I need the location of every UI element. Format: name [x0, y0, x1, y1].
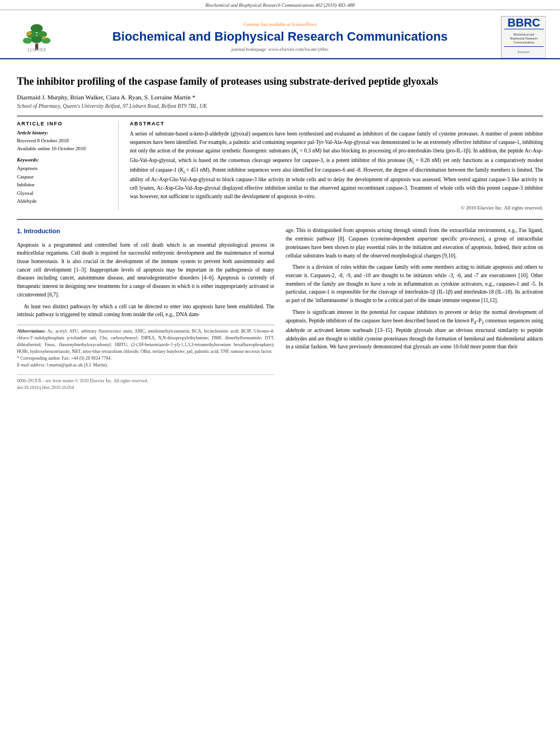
journal-title: Biochemical and Biophysical Research Com… [68, 29, 492, 44]
svg-text:Elsevier: Elsevier [518, 50, 530, 54]
svg-text:BBRC: BBRC [508, 16, 540, 29]
keywords-list: Apoptosis Caspase Inhibitor Glyoxal Alde… [17, 164, 111, 205]
sciencedirect-link: Contents lists available at ScienceDirec… [68, 22, 492, 27]
keyword-caspase: Caspase [17, 173, 111, 181]
citation-text: Biochemical and Biophysical Research Com… [205, 2, 355, 8]
abbreviations-label: Abbreviations: [17, 329, 46, 334]
svg-text:ELSEVIER: ELSEVIER [27, 48, 46, 51]
journal-title-area: Contents lists available at ScienceDirec… [62, 22, 498, 52]
body-para-2: At least two distinct pathways by which … [17, 303, 274, 319]
keyword-apoptosis: Apoptosis [17, 164, 111, 172]
keyword-glyoxal: Glyoxal [17, 189, 111, 197]
abstract-col: ABSTRACT A series of substrate-based α-k… [130, 121, 543, 211]
abbreviations-text: Ac, acetyl; AFU, arbitrary fluorescence … [17, 329, 274, 354]
svg-text:Biophysical Research: Biophysical Research [510, 37, 537, 40]
keyword-aldehyde: Aldehyde [17, 197, 111, 205]
body-col-left: 1. Introduction Apoptosis is a programme… [17, 226, 274, 391]
contents-text: Contents lists available at [243, 22, 291, 27]
svg-point-8 [42, 36, 46, 38]
divider-1 [17, 116, 543, 116]
body-para-r2: There is a division of roles within the … [286, 263, 543, 305]
svg-rect-16 [504, 46, 544, 47]
available-text: Available online 16 October 2010 [17, 145, 111, 153]
elsevier-logo: ELSEVIER [20, 23, 54, 51]
body-para-r3: There is significant interest in the pot… [286, 308, 543, 351]
svg-point-4 [31, 36, 42, 43]
authors-text: Diarmaid J. Murphy, Brian Walker, Ciara … [17, 94, 195, 101]
article-info-label: ARTICLE INFO [17, 121, 111, 126]
elsevier-logo-area: ELSEVIER [11, 23, 62, 51]
abstract-label: ABSTRACT [130, 121, 543, 126]
section-1-title: 1. Introduction [17, 226, 274, 236]
authors: Diarmaid J. Murphy, Brian Walker, Ciara … [17, 94, 543, 101]
svg-text:Biochemical and: Biochemical and [514, 33, 535, 36]
article-info-col: ARTICLE INFO Article history: Received 8… [17, 121, 119, 211]
received-text: Received 8 October 2010 [17, 137, 111, 145]
bottom-bar: 0006-291X/$ – see front matter © 2010 El… [17, 374, 274, 392]
body-para-r1: age. This is distinguished from apoptosi… [286, 226, 543, 260]
main-content: The inhibitor profiling of the caspase f… [0, 59, 560, 403]
keyword-inhibitor: Inhibitor [17, 181, 111, 189]
body-text: 1. Introduction Apoptosis is a programme… [17, 226, 543, 391]
sciencedirect-brand: ScienceDirect [291, 22, 317, 27]
journal-header: ELSEVIER Contents lists available at Sci… [0, 10, 560, 59]
copyright: © 2010 Elsevier Inc. All rights reserved… [130, 205, 543, 211]
body-col-right: age. This is distinguished from apoptosi… [286, 226, 543, 391]
journal-citation: Biochemical and Biophysical Research Com… [0, 0, 560, 10]
corresponding-label: * Corresponding author. Fax: +44 (0) 28 … [17, 356, 112, 361]
bbrc-logo: BBRC Biochemical and Biophysical Researc… [501, 16, 546, 58]
svg-point-3 [23, 37, 32, 43]
article-title: The inhibitor profiling of the caspase f… [17, 75, 543, 88]
keywords-label: Keywords: [17, 157, 111, 163]
svg-point-7 [27, 31, 32, 35]
abstract-text: A series of substrate-based α-keto-β-ald… [130, 130, 543, 200]
svg-rect-12 [504, 29, 544, 29]
footnotes: Abbreviations: Ac, acetyl; AFU, arbitrar… [17, 325, 274, 369]
journal-homepage: journal homepage: www.elsevier.com/locat… [68, 46, 492, 52]
bbrc-logo-area: BBRC Biochemical and Biophysical Researc… [498, 16, 549, 58]
body-divider [17, 219, 543, 220]
history-label: Article history: [17, 130, 111, 136]
body-para-1: Apoptosis is a programmed and controlled… [17, 241, 274, 299]
article-info-abstract: ARTICLE INFO Article history: Received 8… [17, 121, 543, 211]
email-label: E-mail address: [17, 362, 46, 368]
elsevier-tree-icon: ELSEVIER [20, 23, 54, 51]
affiliation: School of Pharmacy, Queen's University B… [17, 103, 543, 109]
bottom-text-1: 0006-291X/$ – see front matter © 2010 El… [17, 378, 274, 385]
page: Biochemical and Biophysical Research Com… [0, 0, 560, 403]
bottom-text-2: doi:10.1016/j.bbrc.2010.10.054 [17, 385, 274, 391]
email-address: l.martin@qub.ac.uk (S.J. Martin). [47, 362, 108, 368]
svg-text:Communications: Communications [513, 41, 535, 44]
